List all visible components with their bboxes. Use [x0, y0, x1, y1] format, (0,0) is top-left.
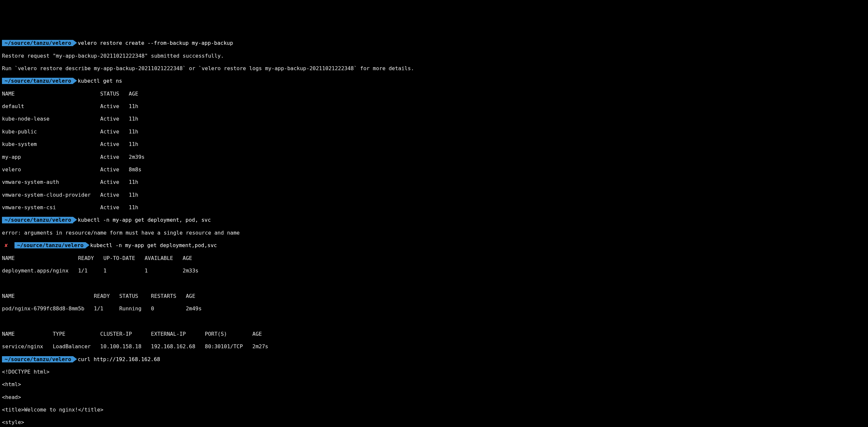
curl-output: <html> [2, 381, 866, 388]
prompt-line-5: ~/source/tanzu/velerocurl http://192.168… [2, 356, 866, 363]
command-4: kubectl -n my-app get deployment,pod,svc [90, 242, 217, 249]
output-line: Restore request "my-app-backup-202110212… [2, 53, 866, 59]
ns-row: vmware-system-csi Active 11h [2, 204, 866, 210]
prompt-cwd: ~/source/tanzu/velero [2, 356, 73, 363]
curl-output: <head> [2, 394, 866, 400]
command-1: velero restore create --from-backup my-a… [78, 40, 233, 46]
pod-row: pod/nginx-6799fc88d8-8mm5b 1/1 Running 0… [2, 306, 866, 312]
ns-row: kube-node-lease Active 11h [2, 116, 866, 122]
ns-row: default Active 11h [2, 103, 866, 109]
command-5: curl http://192.168.162.68 [78, 356, 160, 363]
prompt-line-3: ~/source/tanzu/velerokubectl -n my-app g… [2, 217, 866, 223]
ns-row: my-app Active 2m39s [2, 154, 866, 160]
command-2: kubectl get ns [78, 78, 122, 84]
prompt-cwd: ~/source/tanzu/velero [14, 242, 86, 249]
pod-header: NAME READY STATUS RESTARTS AGE [2, 293, 866, 299]
blank-line [2, 280, 866, 286]
terminal[interactable]: ~/source/tanzu/velerovelero restore crea… [0, 32, 868, 427]
prompt-line-4: ✘~/source/tanzu/velerokubectl -n my-app … [2, 242, 866, 249]
curl-output: <title>Welcome to nginx!</title> [2, 406, 866, 413]
ns-row: vmware-system-auth Active 11h [2, 179, 866, 185]
prompt-line-1: ~/source/tanzu/velerovelero restore crea… [2, 40, 866, 46]
svc-row: service/nginx LoadBalancer 10.100.158.18… [2, 343, 866, 349]
prompt-cwd: ~/source/tanzu/velero [2, 78, 73, 84]
ns-row: velero Active 8m8s [2, 166, 866, 173]
ns-row: kube-system Active 11h [2, 141, 866, 147]
ns-header: NAME STATUS AGE [2, 91, 866, 97]
ns-row: kube-public Active 11h [2, 129, 866, 135]
ns-row: vmware-system-cloud-provider Active 11h [2, 192, 866, 198]
deployment-header: NAME READY UP-TO-DATE AVAILABLE AGE [2, 255, 866, 261]
output-line: Run `velero restore describe my-app-back… [2, 65, 866, 72]
svc-header: NAME TYPE CLUSTER-IP EXTERNAL-IP PORT(S)… [2, 331, 866, 337]
prompt-cwd: ~/source/tanzu/velero [2, 40, 73, 46]
prompt-cwd: ~/source/tanzu/velero [2, 217, 73, 223]
command-3: kubectl -n my-app get deployment, pod, s… [78, 217, 211, 223]
curl-output: <!DOCTYPE html> [2, 369, 866, 375]
deployment-row: deployment.apps/nginx 1/1 1 1 2m33s [2, 267, 866, 274]
error-status-icon: ✘ [2, 242, 10, 249]
blank-line [2, 318, 866, 324]
prompt-line-2: ~/source/tanzu/velerokubectl get ns [2, 78, 866, 84]
error-output: error: arguments in resource/name form m… [2, 230, 866, 236]
curl-output: <style> [2, 419, 866, 425]
